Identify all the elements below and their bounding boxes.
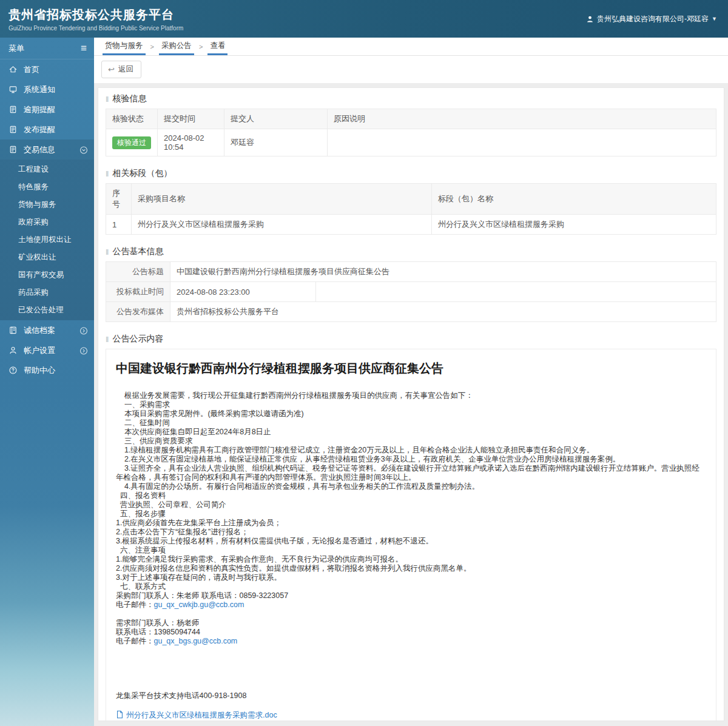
status-badge: 核验通过 <box>112 136 151 149</box>
announcement-line: 2.供应商须对报名信息和资料的真实性负责。如提供虚假材料，将取消报名资格并列入我… <box>116 564 706 573</box>
announcement-line: 三、供应商资质要求 <box>116 437 706 446</box>
project-name: 州分行及兴义市区绿植租摆服务采购 <box>132 215 432 235</box>
question-icon <box>8 366 18 375</box>
section-announcement-title: ‖ 公告公示内容 <box>98 328 724 349</box>
caret-down-icon: ▼ <box>712 16 717 22</box>
back-button[interactable]: ↩ 返回 <box>101 61 141 78</box>
sidebar-subitem[interactable]: 药品采购 <box>0 284 94 301</box>
table-header-row: 序号 采购项目名称 标段（包）名称 <box>106 184 716 215</box>
sidebar-item-publish-reminder[interactable]: 发布提醒 <box>0 119 94 139</box>
announcement-line: 五、报名步骤 <box>116 509 706 519</box>
section-marker: ‖ <box>106 247 109 257</box>
sidebar-item-label: 逾期提醒 <box>24 104 88 115</box>
announcement-line: 本项目采购需求见附件。(最终采购需求以邀请函为准) <box>116 409 706 418</box>
blank-line <box>116 664 706 673</box>
blank-line <box>116 682 706 691</box>
announcement-line: 1.供应商必须首先在龙集采平台上注册成为会员； <box>116 519 706 528</box>
announcement-line: 电子邮件：gu_qx_bgs.gu@ccb.com <box>116 637 706 646</box>
section-marker: ‖ <box>106 95 109 104</box>
announcement-line: 电子邮件：gu_qx_cwkjb.gu@ccb.com <box>116 600 706 610</box>
sidebar-item-account-settings[interactable]: 帐户设置 <box>0 340 94 360</box>
submitter: 邓廷容 <box>224 129 328 156</box>
home-icon <box>8 65 18 75</box>
sidebar-subitem[interactable]: 特色服务 <box>0 178 94 196</box>
sidebar-item-label: 发布提醒 <box>24 124 88 135</box>
submit-time: 2024-08-02 10:54 <box>158 129 224 156</box>
doc-file-icon <box>116 710 124 721</box>
sidebar-item-label: 帮助中心 <box>24 365 88 376</box>
section-marker: ‖ <box>106 335 109 344</box>
sidebar-subitem[interactable]: 政府采购 <box>0 213 94 231</box>
col-header: 原因说明 <box>328 109 716 129</box>
field-label: 公告标题 <box>106 262 170 282</box>
menu-label: 菜单 <box>8 43 24 54</box>
col-header: 提交时间 <box>158 109 224 129</box>
user-menu[interactable]: 贵州弘典建设咨询有限公司-邓廷容 ▼ <box>586 14 717 24</box>
sidebar-item-system-notice[interactable]: 系统通知 <box>0 79 94 99</box>
announcement-title-value: 中国建设银行黔西南州分行绿植租摆服务项目供应商征集公告 <box>170 262 716 282</box>
breadcrumb: 货物与服务>采购公告>查看 <box>94 38 728 56</box>
doc-icon <box>8 105 18 115</box>
announcement-line: 根据业务发展需要，我行现公开征集建行黔西南州分行绿植租摆服务项目的供应商，有关事… <box>116 391 706 400</box>
sidebar-item-home[interactable]: 首页 <box>0 59 94 79</box>
sidebar-subitem[interactable]: 货物与服务 <box>0 196 94 213</box>
attachment-link[interactable]: 州分行及兴义市区绿植租摆服务采购需求.doc <box>126 710 277 721</box>
user-name: 贵州弘典建设咨询有限公司-邓廷容 <box>597 14 709 24</box>
back-icon: ↩ <box>108 66 115 73</box>
announcement-line: 一、采购需求 <box>116 400 706 409</box>
sidebar-item-help-center[interactable]: 帮助中心 <box>0 360 94 380</box>
sidebar-subitem[interactable]: 土地使用权出让 <box>0 231 94 249</box>
col-header: 标段（包）名称 <box>432 184 716 215</box>
content-panel: ‖ 核验信息 核验状态 提交时间 提交人 原因说明 核验通过 2024-08-0… <box>98 87 724 721</box>
announcement-line: 四、报名资料 <box>116 491 706 500</box>
field-label: 投标截止时间 <box>106 282 170 302</box>
packages-table: 序号 采购项目名称 标段（包）名称 1 州分行及兴义市区绿植租摆服务采购 州分行… <box>106 183 716 235</box>
sidebar-item-credit-archive[interactable]: 诚信档案 <box>0 320 94 340</box>
media-value: 贵州省招标投标公共服务平台 <box>170 302 716 322</box>
breadcrumb-separator: > <box>194 38 207 55</box>
package-name: 州分行及兴义市区绿植租摆服务采购 <box>432 215 716 235</box>
announcement-line: 3.证照齐全，具有企业法人营业执照、组织机构代码证、税务登记证等资料。必须在建设… <box>116 464 706 482</box>
sidebar-item-overdue-reminder[interactable]: 逾期提醒 <box>0 99 94 119</box>
breadcrumb-item[interactable]: 采购公告 <box>159 38 194 55</box>
sidebar-subitem[interactable]: 矿业权出让 <box>0 249 94 266</box>
app-subtitle: GuiZhou Province Tendering and Bidding P… <box>8 25 183 32</box>
monitor-icon <box>8 85 18 95</box>
section-verification-title: ‖ 核验信息 <box>98 88 724 109</box>
sidebar-subitem[interactable]: 国有产权交易 <box>0 266 94 284</box>
app-header: 贵州省招标投标公共服务平台 GuiZhou Province Tendering… <box>0 0 728 38</box>
section-basic-info-title: ‖ 公告基本信息 <box>98 241 724 261</box>
table-row: 公告发布媒体 贵州省招标投标公共服务平台 <box>106 302 716 322</box>
announcement-line: 二、征集时间 <box>116 418 706 428</box>
announcement-line: 2.在兴义市区有固定绿植基地，能保证绿植正常供应，从事经营绿植租赁业务3年及以上… <box>116 455 706 464</box>
sidebar-subitem[interactable]: 已发公告处理 <box>0 301 94 319</box>
table-row: 1 州分行及兴义市区绿植租摆服务采购 州分行及兴义市区绿植租摆服务采购 <box>106 215 716 235</box>
email-link[interactable]: gu_qx_bgs.gu@ccb.com <box>154 637 238 645</box>
announcement-body: 中国建设银行黔西南州分行绿植租摆服务项目供应商征集公告 根据业务发展需要，我行现… <box>106 349 716 721</box>
email-link[interactable]: gu_qx_cwkjb.gu@ccb.com <box>154 600 244 609</box>
col-header: 核验状态 <box>106 109 158 129</box>
announcement-line: 采购部门联系人：朱老师 联系电话：0859-3223057 <box>116 591 706 600</box>
breadcrumb-item[interactable]: 货物与服务 <box>103 38 146 55</box>
attachment-row: 州分行及兴义市区绿植租摆服务采购需求.doc <box>116 710 706 721</box>
col-header: 序号 <box>106 184 132 215</box>
app-title: 贵州省招标投标公共服务平台 <box>8 7 183 23</box>
announcement-line: 1.绿植租摆服务机构需具有工商行政管理部门核准登记成立，注册资金20万元及以上，… <box>116 446 706 455</box>
blank-line <box>116 673 706 682</box>
chevron-right-circle-icon <box>79 346 88 355</box>
hamburger-icon[interactable]: ≡ <box>81 43 87 53</box>
announcement-line: 4.具有固定的办公场所。有履行合同相适应的资金规模，具有与承包业务相关的工作流程… <box>116 482 706 491</box>
announcement-line: 七、联系方式 <box>116 582 706 591</box>
sidebar-subitem[interactable]: 工程建设 <box>0 161 94 178</box>
sidebar-nav: 首页系统通知逾期提醒发布提醒交易信息工程建设特色服务货物与服务政府采购土地使用权… <box>0 59 94 380</box>
section-marker: ‖ <box>106 169 109 178</box>
toolbar: ↩ 返回 <box>94 56 728 83</box>
blank-line <box>116 655 706 664</box>
sidebar: 菜单 ≡ 首页系统通知逾期提醒发布提醒交易信息工程建设特色服务货物与服务政府采购… <box>0 38 94 726</box>
sidebar-item-label: 系统通知 <box>24 84 88 95</box>
breadcrumb-item[interactable]: 查看 <box>207 38 228 55</box>
sidebar-item-label: 交易信息 <box>24 144 79 155</box>
table-row: 核验通过 2024-08-02 10:54 邓廷容 <box>106 129 716 156</box>
announcement-line: 营业执照、公司章程、公司简介 <box>116 500 706 509</box>
sidebar-item-trade-info[interactable]: 交易信息 <box>0 139 94 160</box>
